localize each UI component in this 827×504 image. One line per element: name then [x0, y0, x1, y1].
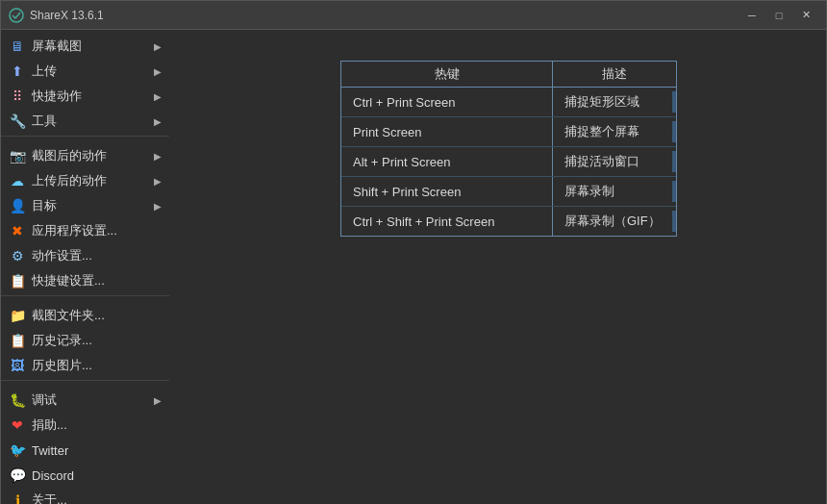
hotkey-desc-3: 屏幕录制 — [553, 177, 676, 206]
menu-item-about[interactable]: ℹ关于... — [1, 488, 169, 504]
hotkey-key-4: Ctrl + Shift + Print Screen — [341, 207, 553, 236]
hotkey-key-1: Print Screen — [341, 117, 553, 146]
action-settings-icon: ⚙ — [9, 247, 26, 265]
menu-item-twitter[interactable]: 🐦Twitter — [1, 438, 169, 463]
content-area: 热键 描述 Ctrl + Print Screen捕捉矩形区域Print Scr… — [169, 30, 826, 504]
history-icon: 📋 — [9, 332, 26, 349]
menu-item-quick-action[interactable]: ⠿快捷动作▶ — [1, 84, 169, 109]
menu-item-action-settings[interactable]: ⚙动作设置... — [1, 243, 169, 268]
hotkey-row[interactable]: Alt + Print Screen捕捉活动窗口 — [341, 147, 676, 177]
after-upload-arrow: ▶ — [154, 176, 162, 187]
discord-icon: 💬 — [9, 466, 26, 484]
hotkey-key-3: Shift + Print Screen — [341, 177, 553, 206]
maximize-button[interactable]: □ — [766, 6, 791, 25]
divider3 — [1, 380, 169, 386]
hotkey-row[interactable]: Print Screen捕捉整个屏幕 — [341, 117, 676, 147]
divider2 — [1, 295, 169, 301]
hotkey-row[interactable]: Ctrl + Shift + Print Screen屏幕录制（GIF） — [341, 207, 676, 236]
tools-icon: 🔧 — [9, 113, 26, 130]
screenshot-folder-label: 截图文件夹... — [32, 307, 162, 324]
menu-item-screenshot-folder[interactable]: 📁截图文件夹... — [1, 303, 169, 328]
screenshot-label: 屏幕截图 — [32, 38, 154, 55]
main-content: 🖥屏幕截图▶⬆上传▶⠿快捷动作▶🔧工具▶📷截图后的动作▶☁上传后的动作▶👤目标▶… — [1, 30, 826, 504]
hotkey-key-header: 热键 — [341, 62, 553, 87]
target-arrow: ▶ — [154, 201, 162, 212]
twitter-label: Twitter — [32, 443, 162, 458]
about-icon: ℹ — [9, 491, 26, 504]
menu-panel: 🖥屏幕截图▶⬆上传▶⠿快捷动作▶🔧工具▶📷截图后的动作▶☁上传后的动作▶👤目标▶… — [1, 30, 169, 504]
hotkey-desc-2: 捕捉活动窗口 — [553, 147, 676, 176]
history-label: 历史记录... — [32, 332, 162, 349]
tools-label: 工具 — [32, 113, 154, 130]
hotkey-desc-4: 屏幕录制（GIF） — [553, 207, 676, 236]
discord-label: Discord — [32, 468, 162, 483]
screenshot-folder-icon: 📁 — [9, 307, 26, 324]
after-upload-icon: ☁ — [9, 172, 26, 189]
hotkey-row[interactable]: Ctrl + Print Screen捕捉矩形区域 — [341, 88, 676, 117]
debug-arrow: ▶ — [154, 395, 162, 406]
after-upload-label: 上传后的动作 — [32, 172, 154, 189]
after-capture-arrow: ▶ — [154, 151, 162, 162]
app-settings-icon: ✖ — [9, 222, 26, 239]
menu-item-history[interactable]: 📋历史记录... — [1, 328, 169, 353]
target-label: 目标 — [32, 197, 154, 214]
hotkey-rows: Ctrl + Print Screen捕捉矩形区域Print Screen捕捉整… — [341, 88, 676, 236]
image-history-icon: 🖼 — [9, 357, 26, 374]
hotkey-desc-1: 捕捉整个屏幕 — [553, 117, 676, 146]
menu-item-debug[interactable]: 🐛调试▶ — [1, 388, 169, 413]
screenshot-arrow: ▶ — [154, 41, 162, 52]
menu-item-upload[interactable]: ⬆上传▶ — [1, 59, 169, 84]
after-capture-label: 截图后的动作 — [32, 147, 154, 164]
donate-label: 捐助... — [32, 416, 162, 434]
menu-item-donate[interactable]: ❤捐助... — [1, 413, 169, 438]
screenshot-icon: 🖥 — [9, 38, 26, 55]
hotkey-settings-icon: 📋 — [9, 272, 26, 290]
tools-arrow: ▶ — [154, 116, 162, 127]
donate-icon: ❤ — [9, 416, 26, 434]
after-capture-icon: 📷 — [9, 147, 26, 164]
app-icon — [9, 8, 24, 23]
hotkey-key-2: Alt + Print Screen — [341, 147, 553, 176]
svg-point-0 — [10, 9, 23, 22]
window-controls: ─ □ ✕ — [739, 6, 818, 25]
menu-item-screenshot[interactable]: 🖥屏幕截图▶ — [1, 34, 169, 59]
menu-item-target[interactable]: 👤目标▶ — [1, 193, 169, 218]
upload-icon: ⬆ — [9, 63, 26, 80]
hotkey-key-0: Ctrl + Print Screen — [341, 88, 553, 116]
menu-item-after-upload[interactable]: ☁上传后的动作▶ — [1, 168, 169, 193]
debug-label: 调试 — [32, 391, 154, 409]
menu-item-tools[interactable]: 🔧工具▶ — [1, 109, 169, 134]
twitter-icon: 🐦 — [9, 441, 26, 459]
divider1 — [1, 136, 169, 141]
hotkey-header: 热键 描述 — [341, 62, 676, 88]
close-button[interactable]: ✕ — [793, 6, 818, 25]
hotkey-desc-header: 描述 — [553, 62, 676, 87]
target-icon: 👤 — [9, 197, 26, 214]
menu-item-hotkey-settings[interactable]: 📋快捷键设置... — [1, 268, 169, 293]
hotkey-desc-0: 捕捉矩形区域 — [553, 88, 676, 116]
minimize-button[interactable]: ─ — [739, 6, 764, 25]
hotkey-popup: 热键 描述 Ctrl + Print Screen捕捉矩形区域Print Scr… — [340, 61, 677, 237]
menu-item-discord[interactable]: 💬Discord — [1, 463, 169, 488]
menu-item-app-settings[interactable]: ✖应用程序设置... — [1, 218, 169, 243]
quick-action-label: 快捷动作 — [32, 88, 154, 105]
menu-item-after-capture[interactable]: 📷截图后的动作▶ — [1, 143, 169, 168]
hotkey-settings-label: 快捷键设置... — [32, 272, 162, 290]
titlebar: ShareX 13.6.1 ─ □ ✕ — [1, 1, 826, 30]
menu-item-image-history[interactable]: 🖼历史图片... — [1, 353, 169, 378]
quick-action-arrow: ▶ — [154, 91, 162, 102]
app-settings-label: 应用程序设置... — [32, 222, 162, 239]
upload-label: 上传 — [32, 63, 154, 80]
image-history-label: 历史图片... — [32, 357, 162, 374]
upload-arrow: ▶ — [154, 66, 162, 77]
action-settings-label: 动作设置... — [32, 247, 162, 265]
quick-action-icon: ⠿ — [9, 88, 26, 105]
about-label: 关于... — [32, 491, 162, 504]
debug-icon: 🐛 — [9, 391, 26, 409]
hotkey-row[interactable]: Shift + Print Screen屏幕录制 — [341, 177, 676, 207]
app-title: ShareX 13.6.1 — [30, 9, 739, 22]
app-window: ShareX 13.6.1 ─ □ ✕ 🖥屏幕截图▶⬆上传▶⠿快捷动作▶🔧工具▶… — [0, 0, 827, 504]
